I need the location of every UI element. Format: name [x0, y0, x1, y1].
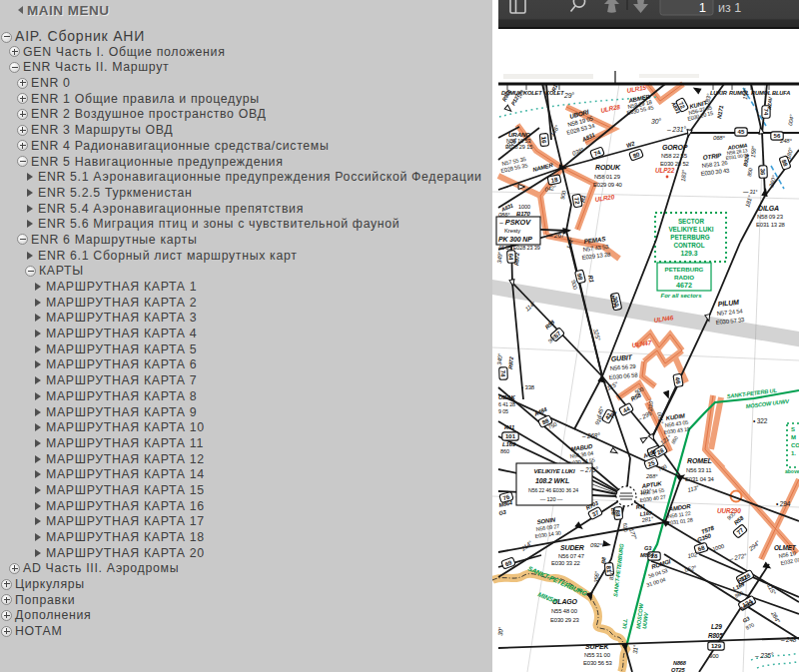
svg-text:N55 48 00: N55 48 00 [551, 608, 578, 614]
svg-text:4672: 4672 [676, 281, 692, 290]
svg-text:— 120 —: — 120 — [540, 496, 563, 502]
svg-text:N58 22 55: N58 22 55 [661, 153, 688, 159]
svg-text:E029 09 40: E029 09 40 [593, 182, 623, 188]
svg-text:RUMOL: RUMOL [751, 90, 772, 96]
svg-text:860: 860 [500, 448, 509, 454]
svg-text:158°: 158° [750, 145, 757, 158]
svg-text:M864: M864 [640, 552, 654, 558]
svg-text:RODUK: RODUK [595, 164, 621, 171]
svg-text:N868: N868 [673, 660, 687, 666]
svg-text:E028 29 15: E028 29 15 [505, 144, 532, 150]
svg-text:45: 45 [738, 128, 745, 135]
svg-text:R972: R972 [513, 252, 520, 266]
svg-text:B8: B8 [600, 557, 607, 564]
svg-text:PETERBURG: PETERBURG [670, 234, 710, 241]
svg-text:For all sectors: For all sectors [660, 293, 702, 299]
svg-text:158°: 158° [742, 87, 749, 100]
svg-text:E030 56 53: E030 56 53 [583, 660, 613, 666]
svg-text:46 55 E028 23 39: 46 55 E028 23 39 [498, 245, 540, 251]
svg-text:E030 29 23: E030 29 23 [550, 617, 580, 623]
svg-text:1000: 1000 [518, 204, 530, 210]
svg-text:340°: 340° [496, 352, 503, 365]
svg-text:SECTOR: SECTOR [678, 218, 705, 225]
svg-text:DILGA: DILGA [758, 205, 779, 212]
svg-text:ULP22: ULP22 [655, 167, 675, 174]
svg-text:– 235°: – 235° [754, 652, 774, 659]
svg-text:– 268°: – 268° [581, 432, 600, 439]
svg-text:– 248: – 248 [780, 636, 797, 643]
svg-text:— 31°: — 31° [742, 189, 758, 195]
svg-text:30°: 30° [496, 626, 504, 636]
svg-text:E030 33 22: E030 33 22 [551, 560, 580, 566]
svg-text:068°: 068° [713, 135, 726, 141]
svg-text:SUDER: SUDER [560, 544, 584, 551]
svg-text:PK 300 NP: PK 300 NP [498, 236, 532, 243]
svg-text:349°: 349° [496, 251, 503, 264]
svg-text:900: 900 [709, 653, 719, 659]
svg-text:G3: G3 [644, 545, 652, 551]
svg-text:29°: 29° [563, 92, 574, 99]
svg-text:VELIKIYE LUKI: VELIKIYE LUKI [668, 226, 713, 233]
svg-text:• 322: • 322 [753, 417, 768, 424]
svg-text:N56 22 46 E030 36 24: N56 22 46 E030 36 24 [528, 487, 578, 493]
svg-text:N55 31 00: N55 31 00 [584, 652, 611, 658]
svg-text:36: 36 [759, 168, 766, 176]
svg-text:E031 13 28: E031 13 28 [756, 222, 786, 228]
svg-text:74: 74 [499, 369, 506, 377]
svg-text:101: 101 [505, 432, 516, 439]
svg-text:GOROP: GOROP [662, 144, 688, 151]
svg-text:R805: R805 [708, 632, 723, 639]
svg-text:092°: 092° [590, 542, 603, 548]
svg-text:R972: R972 [507, 356, 514, 369]
svg-text:KOLET: KOLET [523, 90, 542, 96]
svg-text:RADIO: RADIO [674, 274, 694, 281]
svg-text:268°: 268° [645, 473, 658, 479]
svg-text:из 1: из 1 [718, 1, 741, 15]
svg-text:108.2 WKL: 108.2 WKL [535, 477, 569, 484]
svg-text:S: S [791, 426, 795, 432]
svg-text:N58 01 29: N58 01 29 [594, 174, 620, 180]
svg-text:248°: 248° [779, 138, 793, 144]
svg-text:1.: 1. [791, 450, 796, 456]
svg-text:AZAV: AZAV [766, 96, 773, 111]
svg-text:above: above [785, 468, 799, 474]
svg-text:1: 1 [699, 0, 706, 15]
svg-text:E031 04 34: E031 04 34 [685, 476, 715, 482]
svg-text:Kresty: Kresty [504, 228, 520, 234]
svg-text:• 294: • 294 [776, 500, 791, 507]
svg-text:CO: CO [791, 442, 799, 448]
svg-text:VELIKIYE LUKI: VELIKIYE LUKI [533, 468, 575, 474]
svg-text:129: 129 [711, 642, 722, 649]
svg-text:R11: R11 [504, 424, 515, 430]
svg-text:16: 16 [540, 136, 548, 144]
svg-text:URANO: URANO [508, 131, 530, 138]
svg-text:31°: 31° [631, 644, 639, 654]
svg-text:BLUFA: BLUFA [772, 90, 790, 96]
svg-text:356°: 356° [593, 570, 600, 583]
svg-text:– 275°: – 275° [579, 466, 598, 473]
svg-text:PETERBURG: PETERBURG [665, 266, 704, 273]
svg-text:ROMEL: ROMEL [687, 457, 712, 464]
svg-text:CONTROL: CONTROL [673, 242, 704, 249]
svg-text:9 05: 9 05 [498, 408, 508, 414]
svg-text:M: M [791, 434, 796, 440]
svg-text:129.3: 129.3 [680, 250, 697, 257]
svg-text:010°: 010° [647, 398, 654, 410]
svg-text:SUPEK: SUPEK [585, 643, 609, 650]
svg-text:N56 33 11: N56 33 11 [686, 467, 711, 473]
svg-text:QT25: QT25 [671, 667, 685, 672]
svg-text:L29: L29 [711, 623, 722, 630]
svg-text:– 267°: – 267° [548, 232, 567, 239]
svg-text:L169: L169 [502, 441, 516, 447]
svg-text:610: 610 [622, 523, 629, 532]
svg-text:• 338: • 338 [521, 384, 535, 390]
svg-text:N58 09 23: N58 09 23 [757, 214, 784, 220]
svg-text:N56 07 47: N56 07 47 [558, 553, 584, 559]
svg-text:B170: B170 [516, 211, 531, 217]
svg-text:UBAK: UBAK [498, 394, 516, 400]
svg-text:30°: 30° [651, 118, 661, 125]
svg-text:– 231°: – 231° [666, 126, 686, 133]
svg-text:6 41 28: 6 41 28 [498, 401, 515, 407]
svg-text:– PSKOV: – PSKOV [499, 218, 531, 227]
svg-text:LUKIR: LUKIR [710, 90, 728, 96]
